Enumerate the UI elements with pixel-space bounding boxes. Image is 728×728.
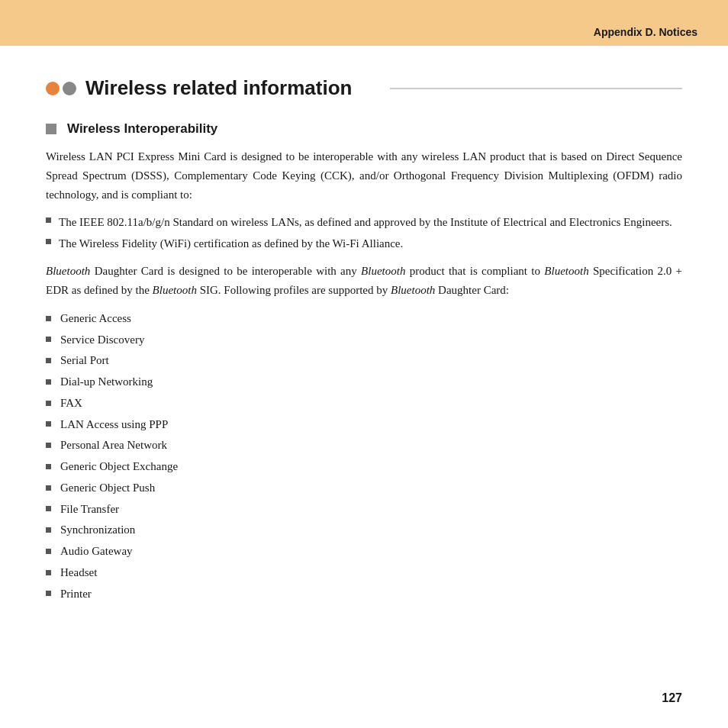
subsection: Wireless Interoperability Wireless LAN P… [46,121,682,603]
main-content: Wireless related information Wireless In… [0,46,728,639]
profile-item-label: Headset [60,563,97,582]
subsection-square-icon [46,124,56,134]
profile-list-item: Headset [46,563,682,582]
profile-bullet-icon [46,570,51,575]
header-title: Appendix D. Notices [594,26,697,38]
profile-list-item: Generic Object Exchange [46,457,682,476]
profile-bullet-icon [46,421,51,427]
profile-bullet-icon [46,358,51,363]
profile-bullet-icon [46,506,51,511]
profile-list-item: FAX [46,394,682,413]
profile-list-item: File Transfer [46,500,682,519]
profile-list-item: Serial Port [46,351,682,370]
bt-italic-5: Bluetooth [391,284,435,296]
header-bar: Appendix D. Notices [0,0,728,46]
profile-item-label: Generic Access [60,309,131,328]
section-heading-row: Wireless related information [46,76,682,100]
bullet-text-ieee: The IEEE 802.11a/b/g/n Standard on wirel… [59,213,682,231]
profile-bullet-icon [46,485,51,491]
profile-bullet-icon [46,316,51,321]
profile-list-item: LAN Access using PPP [46,415,682,434]
heading-icons [46,82,76,95]
subsection-heading-row: Wireless Interoperability [46,121,682,137]
orange-circle-icon [46,82,60,95]
profile-bullet-icon [46,379,51,385]
profile-list-item: Generic Object Push [46,478,682,498]
bt-italic-4: Bluetooth [153,284,197,296]
profile-list-item: Personal Area Network [46,436,682,455]
profile-bullet-icon [46,591,51,596]
profile-item-label: Generic Object Exchange [60,457,178,476]
section-main-title: Wireless related information [85,76,378,100]
profile-item-label: Service Discovery [60,330,144,350]
gray-circle-icon [63,82,76,95]
body-paragraph-1: Wireless LAN PCI Express Mini Card is de… [46,147,682,204]
heading-line [390,88,682,89]
profile-bullet-icon [46,443,51,448]
bullet-text-wifi: The Wireless Fidelity (WiFi) certificati… [59,234,682,253]
profile-list-item: Printer [46,585,682,604]
profile-item-label: Synchronization [60,520,135,540]
profile-item-label: FAX [60,394,82,413]
profile-list-item: Synchronization [46,520,682,540]
page-number: 127 [662,691,682,705]
bt-italic-3: Bluetooth [544,265,588,277]
bullet-square-icon-2 [46,239,51,244]
ieee-bullet-list: The IEEE 802.11a/b/g/n Standard on wirel… [46,213,682,253]
profile-list-item: Audio Gateway [46,542,682,561]
bullet-item-wifi: The Wireless Fidelity (WiFi) certificati… [46,234,682,253]
profile-item-label: Dial-up Networking [60,372,153,391]
bt-italic-2: Bluetooth [361,265,405,277]
profile-item-label: File Transfer [60,500,119,519]
profile-bullet-icon [46,337,51,342]
profile-bullet-icon [46,527,51,533]
profile-item-label: Audio Gateway [60,542,133,561]
profile-item-label: Printer [60,585,92,604]
profile-list-item: Generic Access [46,309,682,328]
profile-list: Generic AccessService DiscoverySerial Po… [46,309,682,604]
profile-item-label: Personal Area Network [60,436,167,455]
bullet-item-ieee: The IEEE 802.11a/b/g/n Standard on wirel… [46,213,682,231]
profile-item-label: Generic Object Push [60,478,155,498]
profile-list-item: Dial-up Networking [46,372,682,391]
bt-italic-1: Bluetooth [46,265,90,277]
body-paragraph-bluetooth: Bluetooth Daughter Card is designed to b… [46,262,682,300]
profile-list-item: Service Discovery [46,330,682,350]
profile-item-label: Serial Port [60,351,109,370]
profile-bullet-icon [46,401,51,406]
bullet-square-icon [46,217,51,223]
subsection-title: Wireless Interoperability [67,121,217,137]
profile-bullet-icon [46,549,51,554]
profile-bullet-icon [46,464,51,469]
profile-item-label: LAN Access using PPP [60,415,168,434]
